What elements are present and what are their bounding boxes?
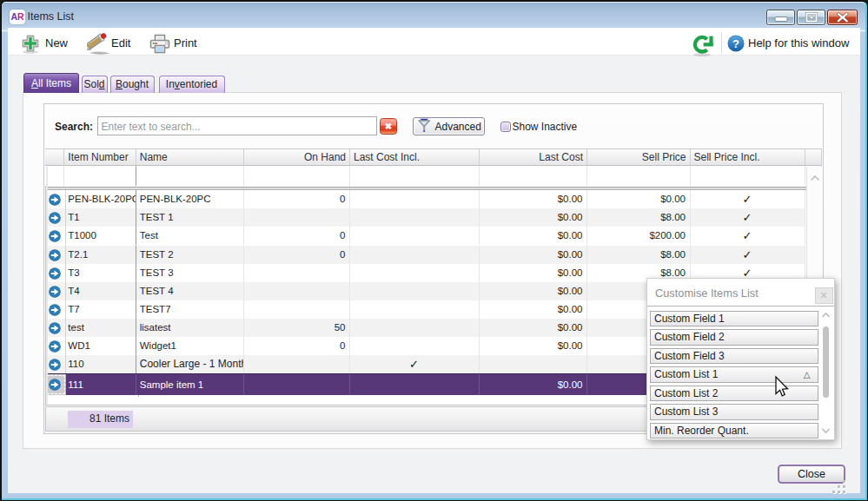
svg-text:?: ? [732, 37, 739, 50]
